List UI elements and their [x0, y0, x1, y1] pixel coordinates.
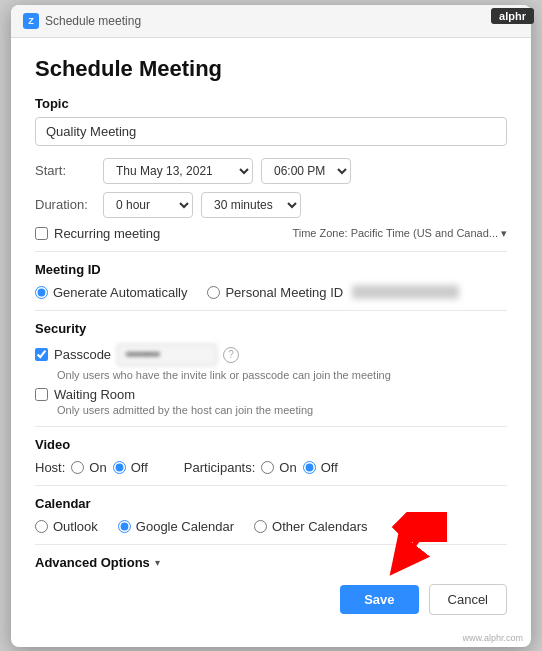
p-off-label: Off — [321, 460, 338, 475]
timezone-text: Time Zone: Pacific Time (US and Canad...… — [292, 227, 507, 240]
start-label: Start: — [35, 163, 95, 178]
start-time-select[interactable]: 06:00 PM — [261, 158, 351, 184]
meeting-id-title: Meeting ID — [35, 262, 507, 277]
save-button[interactable]: Save — [340, 585, 418, 614]
zoom-icon: Z — [23, 13, 39, 29]
passcode-input[interactable] — [117, 344, 217, 366]
advanced-chevron-icon: ▾ — [155, 557, 160, 568]
timezone-chevron-icon: ▾ — [501, 227, 507, 240]
google-label: Google Calendar — [136, 519, 234, 534]
alphr-badge: alphr — [491, 8, 534, 24]
topic-label: Topic — [35, 96, 507, 111]
recurring-label: Recurring meeting — [54, 226, 160, 241]
participants-on-option[interactable]: On — [261, 460, 296, 475]
duration-minutes-select[interactable]: 30 minutes — [201, 192, 301, 218]
passcode-checkbox[interactable] — [35, 348, 48, 361]
outlook-label: Outlook — [53, 519, 98, 534]
generate-auto-option[interactable]: Generate Automatically — [35, 285, 187, 300]
host-on-label: On — [89, 460, 106, 475]
host-off-option[interactable]: Off — [113, 460, 148, 475]
recurring-checkbox[interactable] — [35, 227, 48, 240]
generate-auto-label: Generate Automatically — [53, 285, 187, 300]
participants-label: Participants: — [184, 460, 256, 475]
passcode-label: Passcode — [54, 347, 111, 362]
waiting-room-hint: Only users admitted by the host can join… — [57, 404, 507, 416]
personal-id-option[interactable]: Personal Meeting ID 1234567890 — [207, 285, 459, 300]
cancel-button[interactable]: Cancel — [429, 584, 507, 615]
google-calendar-option[interactable]: Google Calendar — [118, 519, 234, 534]
passcode-hint: Only users who have the invite link or p… — [57, 369, 507, 381]
calendar-title: Calendar — [35, 496, 507, 511]
p-on-label: On — [279, 460, 296, 475]
personal-id-value: 1234567890 — [352, 285, 459, 299]
host-off-label: Off — [131, 460, 148, 475]
waiting-room-checkbox[interactable] — [35, 388, 48, 401]
other-calendars-option[interactable]: Other Calendars — [254, 519, 367, 534]
waiting-room-label: Waiting Room — [54, 387, 135, 402]
other-label: Other Calendars — [272, 519, 367, 534]
title-bar: Z Schedule meeting × — [11, 5, 531, 38]
start-date-select[interactable]: Thu May 13, 2021 — [103, 158, 253, 184]
window-title: Schedule meeting — [45, 14, 141, 28]
host-label: Host: — [35, 460, 65, 475]
host-on-option[interactable]: On — [71, 460, 106, 475]
watermark: www.alphr.com — [11, 631, 531, 647]
security-title: Security — [35, 321, 507, 336]
red-arrow-indicator — [377, 512, 447, 577]
advanced-options-label: Advanced Options — [35, 555, 150, 570]
schedule-meeting-window: Z Schedule meeting × Schedule Meeting To… — [11, 5, 531, 647]
personal-id-label: Personal Meeting ID — [225, 285, 343, 300]
svg-marker-3 — [392, 512, 447, 542]
video-title: Video — [35, 437, 507, 452]
outlook-option[interactable]: Outlook — [35, 519, 98, 534]
duration-label: Duration: — [35, 197, 95, 212]
duration-hours-select[interactable]: 0 hour — [103, 192, 193, 218]
page-title: Schedule Meeting — [35, 56, 507, 82]
passcode-help-icon[interactable]: ? — [223, 347, 239, 363]
topic-input[interactable] — [35, 117, 507, 146]
participants-off-option[interactable]: Off — [303, 460, 338, 475]
